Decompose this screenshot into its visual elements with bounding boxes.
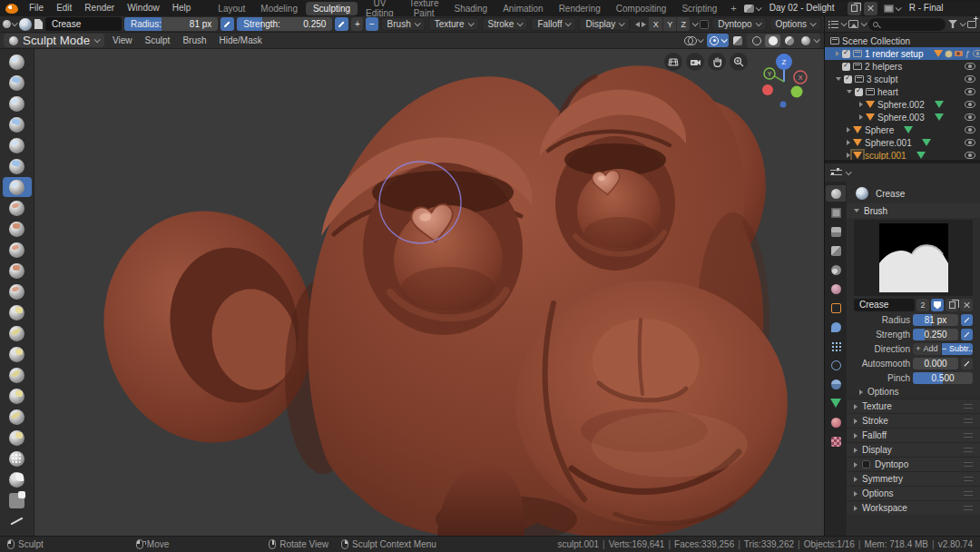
- tab-output[interactable]: [826, 223, 846, 240]
- drag-handle-icon[interactable]: [964, 433, 973, 438]
- visibility-eye-icon[interactable]: [965, 113, 975, 121]
- active-tool-icon[interactable]: [3, 18, 16, 30]
- shading-solid-button[interactable]: [765, 34, 780, 47]
- chevron-down-icon[interactable]: [895, 5, 901, 11]
- tab-object-data[interactable]: [826, 395, 846, 411]
- sculpt-viewport-canvas[interactable]: Z Y X: [34, 49, 824, 536]
- expand-icon[interactable]: [847, 140, 850, 145]
- panel-texture[interactable]: Texture: [847, 399, 980, 413]
- axis-y-neg-handle[interactable]: [791, 86, 803, 98]
- outliner-row-sculpt-001[interactable]: sculpt.001: [825, 149, 980, 160]
- outliner-row-sculpt-collection[interactable]: 3 sculpt: [825, 73, 980, 85]
- delete-scene-button[interactable]: [864, 2, 877, 15]
- visibility-eye-icon[interactable]: [965, 63, 975, 70]
- pinch-slider[interactable]: 0.500: [913, 372, 973, 384]
- panel-falloff[interactable]: Falloff: [847, 428, 980, 442]
- outliner-row-sphere[interactable]: Sphere: [825, 123, 980, 136]
- menu-edit[interactable]: Edit: [50, 1, 78, 15]
- properties-editor-icon[interactable]: [830, 168, 842, 177]
- tool-elastic-deform[interactable]: [3, 323, 32, 343]
- tab-object[interactable]: [826, 300, 846, 316]
- visibility-eye-icon[interactable]: [973, 50, 980, 57]
- chevron-down-icon[interactable]: [692, 20, 699, 26]
- direction-add-button[interactable]: +: [351, 17, 363, 31]
- mirror-axis-y[interactable]: Y: [662, 17, 676, 31]
- brush-name-field[interactable]: Crease: [45, 17, 122, 31]
- dropdown-falloff[interactable]: Falloff: [531, 17, 576, 31]
- autosmooth-pressure-toggle[interactable]: [961, 358, 973, 370]
- tab-render[interactable]: [826, 204, 846, 221]
- panel-checkbox[interactable]: [862, 460, 870, 468]
- new-collection-icon[interactable]: [967, 21, 976, 28]
- filter-icon[interactable]: [948, 20, 957, 28]
- tool-pose[interactable]: [3, 386, 32, 406]
- tool-annotate[interactable]: [3, 511, 32, 531]
- tool-inflate[interactable]: [3, 135, 32, 155]
- workspace-tab-rendering[interactable]: Rendering: [552, 2, 608, 15]
- view-layer-icon[interactable]: [884, 5, 894, 13]
- dyntopo-dropdown[interactable]: Dyntopo: [711, 17, 766, 31]
- tab-material[interactable]: [826, 414, 846, 430]
- checkbox[interactable]: [842, 63, 850, 71]
- brush-options-subpanel[interactable]: Options: [847, 385, 980, 399]
- tool-smooth[interactable]: [3, 198, 32, 218]
- outliner-row-sphere-003[interactable]: Sphere.003: [825, 111, 980, 123]
- tool-draw[interactable]: [3, 52, 32, 72]
- expand-icon[interactable]: [859, 102, 863, 107]
- duplicate-brush-button[interactable]: [946, 299, 958, 311]
- scene-icon[interactable]: [744, 5, 754, 13]
- dropdown-texture[interactable]: Texture: [428, 17, 479, 31]
- axis-x-neg-handle[interactable]: [762, 84, 773, 95]
- brush-panel-header[interactable]: Brush: [847, 203, 980, 218]
- brush-preview-image[interactable]: [879, 223, 948, 292]
- show-overlays-toggle[interactable]: [681, 34, 705, 47]
- visibility-eye-icon[interactable]: [965, 75, 975, 83]
- strength-slider[interactable]: Strength: 0.250: [237, 17, 332, 31]
- show-gizmo-toggle[interactable]: [707, 34, 729, 47]
- zoom-view-button[interactable]: [730, 53, 748, 71]
- outliner-editor-icon[interactable]: [828, 20, 838, 29]
- mirror-axis-x[interactable]: X: [649, 17, 662, 31]
- tab-world[interactable]: [826, 281, 846, 297]
- tool-layer[interactable]: [3, 114, 32, 134]
- drag-handle-icon[interactable]: [964, 462, 973, 467]
- collapse-icon[interactable]: [836, 77, 841, 81]
- tool-pinch[interactable]: [3, 281, 32, 301]
- workspace-tab-sculpting[interactable]: Sculpting: [306, 2, 358, 15]
- panel-options[interactable]: Options: [847, 486, 980, 500]
- chevron-down-icon[interactable]: [861, 20, 867, 26]
- shading-wireframe-button[interactable]: [749, 34, 764, 47]
- dropdown-stroke[interactable]: Stroke: [482, 17, 529, 31]
- outliner-row-sphere-001[interactable]: Sphere.001: [825, 136, 980, 149]
- workspace-tab-compositing[interactable]: Compositing: [609, 2, 674, 15]
- camera-view-button[interactable]: [664, 53, 682, 71]
- tab-constraints[interactable]: [826, 376, 846, 392]
- menu-help[interactable]: Help: [166, 1, 198, 15]
- autosmooth-slider[interactable]: 0.000: [913, 358, 958, 370]
- tool-clay-strips[interactable]: [3, 94, 32, 113]
- tool-mask[interactable]: [3, 469, 32, 489]
- checkbox[interactable]: [844, 75, 852, 84]
- xray-toggle[interactable]: [730, 34, 745, 47]
- visibility-eye-icon[interactable]: [965, 152, 975, 159]
- radius-pressure-toggle[interactable]: [220, 17, 234, 31]
- tab-modifiers[interactable]: [826, 319, 846, 335]
- tool-scrape[interactable]: [3, 261, 32, 281]
- shading-material-button[interactable]: [781, 34, 797, 47]
- tab-texture[interactable]: [826, 433, 846, 449]
- menu-file[interactable]: File: [23, 1, 50, 15]
- tab-view-layer[interactable]: [826, 242, 846, 259]
- axis-z-neg-handle[interactable]: [780, 102, 787, 108]
- radius-slider[interactable]: 81 px: [913, 314, 958, 326]
- direction-subtract-button[interactable]: −Subtr..: [942, 343, 973, 355]
- toggle-camera-button[interactable]: [686, 53, 704, 71]
- display-mode-icon[interactable]: [848, 20, 858, 28]
- fake-user-button[interactable]: [931, 299, 944, 311]
- panel-symmetry[interactable]: Symmetry: [847, 471, 980, 486]
- mirror-axis-z[interactable]: Z: [676, 17, 690, 31]
- chevron-down-icon[interactable]: [814, 36, 820, 43]
- users-count-button[interactable]: 2: [916, 299, 929, 311]
- strength-pressure-toggle[interactable]: [961, 329, 973, 340]
- workspace-tab-animation[interactable]: Animation: [495, 2, 550, 15]
- checkbox[interactable]: [855, 88, 863, 96]
